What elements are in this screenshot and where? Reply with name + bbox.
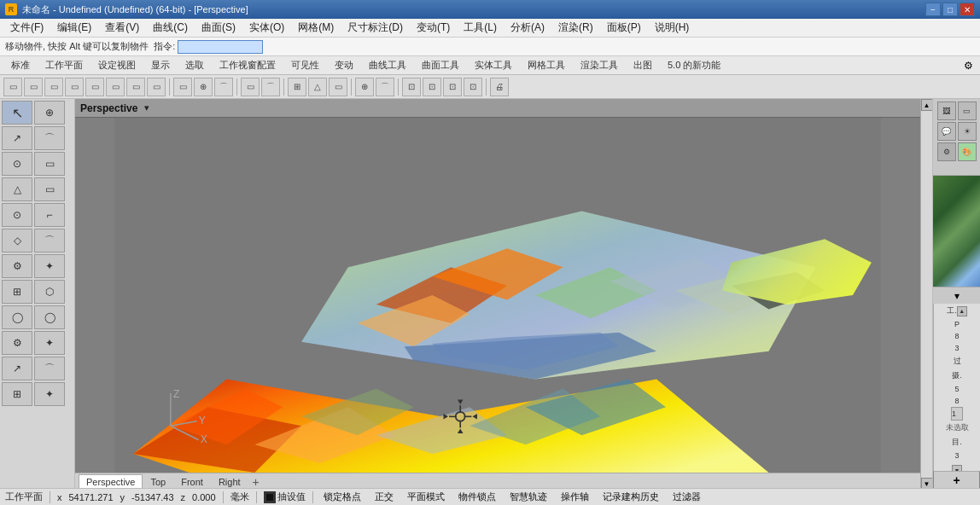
toolbar-tab-工作平面[interactable]: 工作平面 [38,56,90,74]
menu-item-工具L[interactable]: 工具(L) [457,19,504,37]
panel-scroll-down[interactable]: ▼ [952,465,962,471]
toolbar-tab-网格工具[interactable]: 网格工具 [520,56,573,74]
history-button[interactable]: 记录建构历史 [599,490,662,503]
toolbar-icon[interactable]: ▭ [65,78,84,96]
toolbar-icon[interactable]: ⊕ [194,78,213,96]
toolbar-tab-曲面工具[interactable]: 曲面工具 [414,56,467,74]
toolbar-tab-选取[interactable]: 选取 [178,56,212,74]
poly-tool[interactable]: △ [2,177,32,201]
toolbar-icon[interactable]: ⊕ [355,78,374,96]
toolbar-tab-工作视窗配置[interactable]: 工作视窗配置 [212,56,283,74]
toolbar-icon[interactable]: ▭ [3,78,22,96]
menu-item-文件F[interactable]: 文件(F) [3,19,50,37]
menu-item-网格M[interactable]: 网格(M) [291,19,341,37]
viewport-tab-Perspective[interactable]: Perspective [79,474,143,490]
toolbar-tab-实体工具[interactable]: 实体工具 [467,56,520,74]
toolbar-icon[interactable]: ▭ [106,78,125,96]
sun-panel-icon[interactable]: ☀ [958,122,977,141]
display-panel-icon[interactable]: ▭ [958,102,977,120]
toolbar-icon[interactable]: ⊡ [464,78,482,96]
maximize-button[interactable]: □ [942,3,958,16]
expand-panel-button[interactable]: ▾ [933,287,980,304]
toolbar-tab-5.0 的新功能[interactable]: 5.0 的新功能 [660,56,728,74]
box-tool[interactable]: ▭ [34,177,65,201]
viewport-tool[interactable]: ↗ [2,357,32,380]
circle-tool[interactable]: ⊙ [2,152,32,176]
toolbar-icon[interactable]: ⌒ [261,78,280,96]
toolbar-icon[interactable]: ▭ [147,78,166,96]
toolbar-tab-曲线工具[interactable]: 曲线工具 [361,56,414,74]
menu-item-查看V[interactable]: 查看(V) [98,19,146,37]
toolbar-tab-变动[interactable]: 变动 [327,56,361,74]
settings-icon[interactable]: ⚙ [937,142,956,161]
toolbar-icon[interactable]: △ [308,78,327,96]
toolbar-tab-标准[interactable]: 标准 [3,56,38,74]
mesh-tool[interactable]: ⚙ [2,254,32,278]
lock-grid-button[interactable]: 锁定格点 [320,490,365,503]
toolbar-icon[interactable]: ⊡ [423,78,441,96]
menu-item-分析A[interactable]: 分析(A) [504,19,551,37]
toolbar-icon[interactable]: 🖨 [490,78,509,96]
panel-scroll-up[interactable]: ▲ [957,306,967,316]
toolbar-icon[interactable]: ⌒ [376,78,394,96]
planar-mode-button[interactable]: 平面模式 [404,490,448,503]
minimize-button[interactable]: − [925,3,941,16]
viewport-canvas[interactable]: Z X Y [75,118,920,473]
toolbar-icon[interactable]: ⌒ [214,78,233,96]
rect-tool[interactable]: ▭ [34,152,65,176]
toolbar-icon[interactable]: ⊞ [288,78,306,96]
viewport-tab-Right[interactable]: Right [211,474,248,490]
text-tool[interactable]: ◯ [34,305,65,329]
menu-item-尺寸标注D[interactable]: 尺寸标注(D) [341,19,410,37]
menu-item-实体O[interactable]: 实体(O) [242,19,291,37]
viewport-scrollbar[interactable]: ▲ ▼ [920,99,932,490]
menu-item-编辑E[interactable]: 编辑(E) [50,19,98,37]
toolbar-icon[interactable]: ▭ [24,78,43,96]
surface-tool[interactable]: ⊙ [2,203,32,227]
viewport-tab-Front[interactable]: Front [173,474,211,490]
menu-item-变动T[interactable]: 变动(T) [410,19,457,37]
settings-button[interactable]: ⚙ [960,57,977,74]
notes-panel-icon[interactable]: 💬 [937,122,956,141]
menu-item-曲线C[interactable]: 曲线(C) [146,19,195,37]
toolbar-icon[interactable]: ⊡ [443,78,462,96]
viewport-dropdown-arrow[interactable]: ▾ [144,102,149,113]
scroll-up-button[interactable]: ▲ [921,99,933,111]
object-snap-button[interactable]: 物件锁点 [455,490,499,503]
menu-item-说明H[interactable]: 说明(H) [648,19,697,37]
toolbar-icon[interactable]: ▭ [44,78,63,96]
add-panel-button[interactable]: + [933,471,980,490]
blend-tool[interactable]: ⌒ [34,229,65,252]
toolbar-icon[interactable]: ▭ [329,78,347,96]
menu-item-曲面S[interactable]: 曲面(S) [195,19,242,37]
filter-button[interactable]: 过滤器 [669,490,704,503]
toolbar-tab-可见性[interactable]: 可见性 [283,56,327,74]
move-tool[interactable]: ⊕ [34,101,65,125]
extra-tools[interactable]: ✦ [34,382,65,406]
analysis-tool[interactable]: ⚙ [2,331,32,355]
color-wheel-icon[interactable]: 🎨 [958,142,977,161]
render-panel-icon[interactable]: 🖼 [937,102,956,120]
solid-tool[interactable]: ⌐ [34,203,65,227]
more-tools[interactable]: ⊞ [2,382,32,406]
toolbar-icon[interactable]: ▭ [85,78,104,96]
toolbar-icon[interactable]: ▭ [126,78,145,96]
command-input[interactable] [178,40,263,54]
toolbar-tab-出图[interactable]: 出图 [626,56,660,74]
menu-item-面板P[interactable]: 面板(P) [600,19,648,37]
toolbar-tab-渲染工具[interactable]: 渲染工具 [573,56,626,74]
curve-tool[interactable]: ↗ [2,126,32,150]
toolbar-icon[interactable]: ▭ [173,78,192,96]
toolbar-tab-设定视图[interactable]: 设定视图 [90,56,143,74]
dim-tool[interactable]: ◯ [2,305,32,329]
snap-tool[interactable]: ⌒ [34,357,65,380]
viewport-tab-Top[interactable]: Top [143,474,173,490]
toolbar-icon[interactable]: ▭ [241,78,260,96]
render-tool[interactable]: ✦ [34,331,65,355]
add-viewport-tab-button[interactable]: + [248,474,264,490]
select-tool[interactable]: ↖ [2,101,32,125]
ortho-button[interactable]: 正交 [371,490,397,503]
gumball-button[interactable]: 操作轴 [557,490,592,503]
smart-track-button[interactable]: 智慧轨迹 [506,490,551,503]
arc-tool[interactable]: ⌒ [34,126,65,150]
